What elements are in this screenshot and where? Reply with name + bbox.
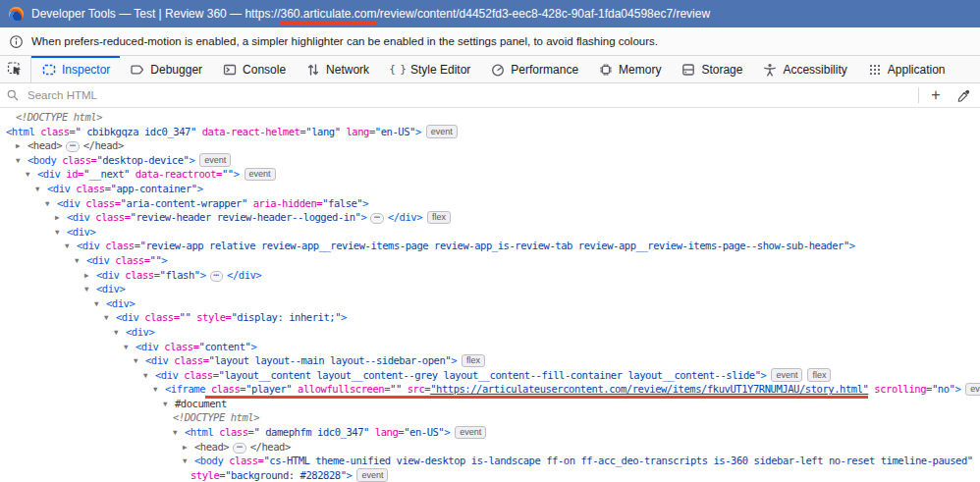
twisty-open-icon[interactable]: ▼ xyxy=(55,226,67,241)
syntax-plain: <head> xyxy=(27,139,62,151)
tab-console[interactable]: Console xyxy=(212,56,296,82)
tree-line[interactable]: style="background: #282828">event xyxy=(0,468,980,482)
twisty-open-icon[interactable]: ▼ xyxy=(183,455,194,469)
add-node-button[interactable]: + xyxy=(925,84,947,106)
tab-label: Memory xyxy=(619,63,661,77)
event-badge[interactable]: event xyxy=(965,383,980,397)
twisty-open-icon[interactable]: ▼ xyxy=(65,240,77,254)
syntax-plain: </head> xyxy=(250,441,291,453)
twisty-open-icon[interactable]: ▼ xyxy=(35,183,47,197)
tree-line[interactable]: ▼<div> xyxy=(0,325,980,340)
syntax-tag: <body xyxy=(27,154,56,166)
tab-debugger[interactable]: Debugger xyxy=(120,56,212,82)
tree-line[interactable]: ▼<div> xyxy=(0,225,980,240)
syntax-val: "app-container" xyxy=(111,183,197,194)
console-icon xyxy=(222,62,238,78)
tab-accessibility[interactable]: Accessibility xyxy=(752,56,856,82)
event-badge[interactable]: event xyxy=(356,468,388,482)
tree-line[interactable]: ▼<div class="aria-content-wrapper" aria-… xyxy=(0,196,980,211)
twisty-open-icon[interactable]: ▼ xyxy=(104,311,116,326)
event-badge[interactable]: event xyxy=(245,168,276,182)
twisty-open-icon[interactable]: ▼ xyxy=(143,369,155,384)
tree-line[interactable]: ▶<head>⋯</head> xyxy=(0,440,980,455)
tab-style-editor[interactable]: { } Style Editor xyxy=(379,56,480,82)
collapsed-content-icon[interactable]: ⋯ xyxy=(370,213,383,224)
syntax-val: "review-header review-header--logged-in" xyxy=(131,211,361,223)
syntax-attr: class= xyxy=(90,211,131,223)
tree-line[interactable]: ▼<div class="content"> xyxy=(0,340,980,354)
tree-line[interactable]: ▼<div class="" style="display: inherit;"… xyxy=(0,310,980,325)
eyedropper-button[interactable] xyxy=(953,84,974,106)
syntax-tag: <div xyxy=(47,183,71,194)
event-badge[interactable]: event xyxy=(199,153,231,167)
tab-performance[interactable]: Performance xyxy=(480,56,588,82)
twisty-open-icon[interactable]: ▼ xyxy=(16,154,27,169)
syntax-tag: > xyxy=(444,426,450,438)
twisty-open-icon[interactable]: ▼ xyxy=(26,168,37,183)
tree-line[interactable]: ▼<html class=" damephfm idc0_347" lang="… xyxy=(0,425,980,440)
syntax-val: "" xyxy=(150,254,162,266)
tree-line[interactable]: <!DOCTYPE html> xyxy=(0,410,980,425)
tree-line[interactable]: ▶<head>⋯</head> xyxy=(0,138,980,153)
tree-line[interactable]: ▼<body class="cs-HTML theme-unified view… xyxy=(0,454,980,468)
syntax-val: "display: inherit;" xyxy=(231,311,341,323)
twisty-closed-icon[interactable]: ▶ xyxy=(55,211,67,226)
tree-line[interactable]: ▼<body class="desktop-device">event xyxy=(0,153,980,168)
syntax-val: "en-US" xyxy=(375,126,415,137)
tree-line[interactable]: ▼<div> xyxy=(0,296,980,311)
tab-inspector[interactable]: Inspector xyxy=(31,56,120,82)
search-input[interactable] xyxy=(26,88,912,102)
collapsed-content-icon[interactable]: ⋯ xyxy=(66,141,79,152)
network-icon xyxy=(305,62,321,78)
flex-badge[interactable]: flex xyxy=(807,368,831,382)
syntax-plain: </head> xyxy=(83,139,124,151)
tree-line[interactable]: ▶<div class="flash">⋯</div> xyxy=(0,268,980,283)
collapsed-content-icon[interactable]: ⋯ xyxy=(210,271,223,282)
syntax-tag: > xyxy=(347,469,353,481)
tree-line[interactable]: ▼<div id="__next" data-reactroot="">even… xyxy=(0,167,980,182)
syntax-attr: class= xyxy=(205,383,245,395)
twisty-closed-icon[interactable]: ▶ xyxy=(84,269,96,284)
tab-network[interactable]: Network xyxy=(296,56,379,82)
tree-line[interactable]: ▼<div> xyxy=(0,282,980,296)
syntax-attr: class= xyxy=(120,269,160,281)
twisty-closed-icon[interactable]: ▶ xyxy=(183,441,194,455)
tab-memory[interactable]: Memory xyxy=(588,56,671,82)
flex-badge[interactable]: flex xyxy=(462,354,485,368)
flex-badge[interactable]: flex xyxy=(427,211,451,225)
twisty-closed-icon[interactable]: ▶ xyxy=(16,139,27,154)
syntax-attr: data-reactroot= xyxy=(130,168,222,180)
twisty-open-icon[interactable]: ▼ xyxy=(163,398,175,412)
event-badge[interactable]: event xyxy=(426,125,458,138)
tree-line[interactable]: ▼#document xyxy=(0,397,980,411)
twisty-open-icon[interactable]: ▼ xyxy=(173,426,185,441)
tree-line[interactable]: ▼<div class=""> xyxy=(0,253,980,268)
event-badge[interactable]: event xyxy=(455,426,486,440)
twisty-open-icon[interactable]: ▼ xyxy=(75,254,86,269)
twisty-open-icon[interactable]: ▼ xyxy=(134,354,145,369)
tree-line[interactable]: <html class=" cbibkgqza idc0_347" data-r… xyxy=(0,125,980,139)
twisty-open-icon[interactable]: ▼ xyxy=(153,383,165,398)
collapsed-content-icon[interactable]: ⋯ xyxy=(233,443,245,454)
twisty-open-icon[interactable]: ▼ xyxy=(94,297,106,312)
twisty-open-icon[interactable]: ▼ xyxy=(45,197,57,212)
tab-application[interactable]: Application xyxy=(857,56,955,82)
syntax-attr: aria-hidden= xyxy=(247,197,322,209)
event-badge[interactable]: event xyxy=(771,368,802,382)
twisty-open-icon[interactable]: ▼ xyxy=(124,341,136,355)
tree-line[interactable]: ▼<div class="app-container"> xyxy=(0,182,980,196)
tab-storage[interactable]: Storage xyxy=(671,56,752,82)
syntax-tag: > xyxy=(849,240,855,251)
tree-line[interactable]: ▼<iframe class="player" allowfullscreen=… xyxy=(0,382,980,397)
tree-line[interactable]: ▼<div class="layout__content layout__con… xyxy=(0,368,980,383)
tree-line[interactable]: ▼<div class="review-app relative review-… xyxy=(0,239,980,253)
syntax-link[interactable]: "https://articulateusercontent.com/revie… xyxy=(430,383,868,395)
tree-line[interactable]: <!DOCTYPE html> xyxy=(0,110,980,125)
syntax-attr: src= xyxy=(402,383,430,395)
twisty-open-icon[interactable]: ▼ xyxy=(114,326,126,341)
syntax-attr: class= xyxy=(71,183,111,194)
twisty-open-icon[interactable]: ▼ xyxy=(84,283,96,297)
node-picker-button[interactable] xyxy=(0,56,31,82)
tree-line[interactable]: ▼<div class="layout layout--main layout-… xyxy=(0,353,980,368)
tree-line[interactable]: ▶<div class="review-header review-header… xyxy=(0,210,980,225)
